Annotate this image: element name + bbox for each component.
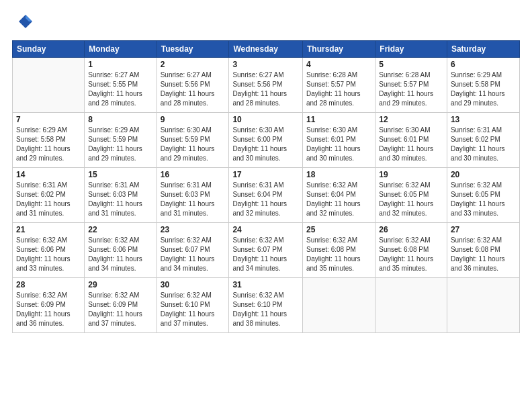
day-cell: 14Sunrise: 6:31 AM Sunset: 6:02 PM Dayli… [13,168,85,223]
day-info: Sunrise: 6:32 AM Sunset: 6:08 PM Dayligh… [451,236,516,273]
day-info: Sunrise: 6:32 AM Sunset: 6:08 PM Dayligh… [379,236,443,273]
day-cell: 6Sunrise: 6:29 AM Sunset: 5:58 PM Daylig… [447,58,519,113]
day-info: Sunrise: 6:28 AM Sunset: 5:57 PM Dayligh… [306,71,371,108]
day-cell: 24Sunrise: 6:32 AM Sunset: 6:07 PM Dayli… [229,223,303,278]
day-cell [375,278,447,333]
logo-icon [12,12,34,34]
day-cell: 19Sunrise: 6:32 AM Sunset: 6:05 PM Dayli… [375,168,447,223]
header [12,12,520,34]
day-cell: 10Sunrise: 6:30 AM Sunset: 6:00 PM Dayli… [229,113,303,168]
col-header-saturday: Saturday [447,41,519,58]
week-row-1: 1Sunrise: 6:27 AM Sunset: 5:55 PM Daylig… [13,58,520,113]
day-cell: 2Sunrise: 6:27 AM Sunset: 5:56 PM Daylig… [157,58,229,113]
day-cell: 8Sunrise: 6:29 AM Sunset: 5:59 PM Daylig… [85,113,157,168]
day-number: 23 [161,225,226,234]
day-number: 29 [88,280,152,289]
day-cell: 31Sunrise: 6:32 AM Sunset: 6:10 PM Dayli… [229,278,303,333]
day-cell [13,58,85,113]
day-cell: 1Sunrise: 6:27 AM Sunset: 5:55 PM Daylig… [85,58,157,113]
day-info: Sunrise: 6:29 AM Sunset: 5:59 PM Dayligh… [88,126,152,163]
day-info: Sunrise: 6:32 AM Sunset: 6:05 PM Dayligh… [379,181,443,218]
day-info: Sunrise: 6:30 AM Sunset: 6:01 PM Dayligh… [379,126,443,163]
day-number: 9 [161,115,226,124]
day-cell: 7Sunrise: 6:29 AM Sunset: 5:58 PM Daylig… [13,113,85,168]
day-number: 13 [451,115,516,124]
calendar-table: SundayMondayTuesdayWednesdayThursdayFrid… [12,40,520,333]
day-number: 8 [88,115,152,124]
day-info: Sunrise: 6:32 AM Sunset: 6:09 PM Dayligh… [16,291,81,328]
col-header-friday: Friday [375,41,447,58]
week-row-2: 7Sunrise: 6:29 AM Sunset: 5:58 PM Daylig… [13,113,520,168]
day-cell: 12Sunrise: 6:30 AM Sunset: 6:01 PM Dayli… [375,113,447,168]
day-info: Sunrise: 6:32 AM Sunset: 6:06 PM Dayligh… [88,236,152,273]
day-number: 21 [16,225,81,234]
day-number: 6 [451,60,516,69]
day-cell: 29Sunrise: 6:32 AM Sunset: 6:09 PM Dayli… [85,278,157,333]
day-cell: 11Sunrise: 6:30 AM Sunset: 6:01 PM Dayli… [302,113,375,168]
day-info: Sunrise: 6:30 AM Sunset: 5:59 PM Dayligh… [161,126,226,163]
col-header-sunday: Sunday [13,41,85,58]
week-row-3: 14Sunrise: 6:31 AM Sunset: 6:02 PM Dayli… [13,168,520,223]
day-number: 28 [16,280,81,289]
day-cell [302,278,375,333]
day-number: 20 [451,170,516,179]
page: SundayMondayTuesdayWednesdayThursdayFrid… [0,0,532,411]
day-number: 5 [379,60,443,69]
day-number: 31 [232,280,299,289]
day-info: Sunrise: 6:32 AM Sunset: 6:09 PM Dayligh… [88,291,152,328]
day-number: 1 [88,60,152,69]
day-number: 17 [232,170,299,179]
day-cell: 16Sunrise: 6:31 AM Sunset: 6:03 PM Dayli… [157,168,229,223]
day-cell: 21Sunrise: 6:32 AM Sunset: 6:06 PM Dayli… [13,223,85,278]
day-cell: 20Sunrise: 6:32 AM Sunset: 6:05 PM Dayli… [447,168,519,223]
logo [12,12,36,34]
col-header-monday: Monday [85,41,157,58]
day-info: Sunrise: 6:30 AM Sunset: 6:01 PM Dayligh… [306,126,371,163]
day-cell [447,278,519,333]
day-cell: 25Sunrise: 6:32 AM Sunset: 6:08 PM Dayli… [302,223,375,278]
day-number: 19 [379,170,443,179]
col-header-thursday: Thursday [302,41,375,58]
day-info: Sunrise: 6:32 AM Sunset: 6:07 PM Dayligh… [161,236,226,273]
day-cell: 26Sunrise: 6:32 AM Sunset: 6:08 PM Dayli… [375,223,447,278]
day-info: Sunrise: 6:30 AM Sunset: 6:00 PM Dayligh… [232,126,299,163]
day-number: 30 [161,280,226,289]
day-cell: 28Sunrise: 6:32 AM Sunset: 6:09 PM Dayli… [13,278,85,333]
day-number: 7 [16,115,81,124]
day-info: Sunrise: 6:32 AM Sunset: 6:04 PM Dayligh… [306,181,371,218]
day-cell: 4Sunrise: 6:28 AM Sunset: 5:57 PM Daylig… [302,58,375,113]
day-number: 24 [232,225,299,234]
day-info: Sunrise: 6:32 AM Sunset: 6:07 PM Dayligh… [232,236,299,273]
day-info: Sunrise: 6:32 AM Sunset: 6:10 PM Dayligh… [232,291,299,328]
day-info: Sunrise: 6:27 AM Sunset: 5:56 PM Dayligh… [232,71,299,108]
day-cell: 18Sunrise: 6:32 AM Sunset: 6:04 PM Dayli… [302,168,375,223]
day-number: 26 [379,225,443,234]
day-info: Sunrise: 6:32 AM Sunset: 6:08 PM Dayligh… [306,236,371,273]
column-header-row: SundayMondayTuesdayWednesdayThursdayFrid… [13,41,520,58]
day-info: Sunrise: 6:31 AM Sunset: 6:03 PM Dayligh… [88,181,152,218]
day-number: 22 [88,225,152,234]
day-cell: 22Sunrise: 6:32 AM Sunset: 6:06 PM Dayli… [85,223,157,278]
day-info: Sunrise: 6:31 AM Sunset: 6:02 PM Dayligh… [451,126,516,163]
day-info: Sunrise: 6:28 AM Sunset: 5:57 PM Dayligh… [379,71,443,108]
day-cell: 5Sunrise: 6:28 AM Sunset: 5:57 PM Daylig… [375,58,447,113]
day-number: 14 [16,170,81,179]
day-cell: 3Sunrise: 6:27 AM Sunset: 5:56 PM Daylig… [229,58,303,113]
day-number: 11 [306,115,371,124]
day-cell: 15Sunrise: 6:31 AM Sunset: 6:03 PM Dayli… [85,168,157,223]
day-number: 10 [232,115,299,124]
day-number: 4 [306,60,371,69]
day-info: Sunrise: 6:27 AM Sunset: 5:56 PM Dayligh… [161,71,226,108]
day-info: Sunrise: 6:32 AM Sunset: 6:10 PM Dayligh… [161,291,226,328]
day-number: 3 [232,60,299,69]
week-row-4: 21Sunrise: 6:32 AM Sunset: 6:06 PM Dayli… [13,223,520,278]
day-info: Sunrise: 6:29 AM Sunset: 5:58 PM Dayligh… [16,126,81,163]
day-number: 27 [451,225,516,234]
day-info: Sunrise: 6:29 AM Sunset: 5:58 PM Dayligh… [451,71,516,108]
day-cell: 23Sunrise: 6:32 AM Sunset: 6:07 PM Dayli… [157,223,229,278]
day-number: 12 [379,115,443,124]
day-number: 16 [161,170,226,179]
day-info: Sunrise: 6:31 AM Sunset: 6:04 PM Dayligh… [232,181,299,218]
day-info: Sunrise: 6:32 AM Sunset: 6:05 PM Dayligh… [451,181,516,218]
day-info: Sunrise: 6:31 AM Sunset: 6:03 PM Dayligh… [161,181,226,218]
